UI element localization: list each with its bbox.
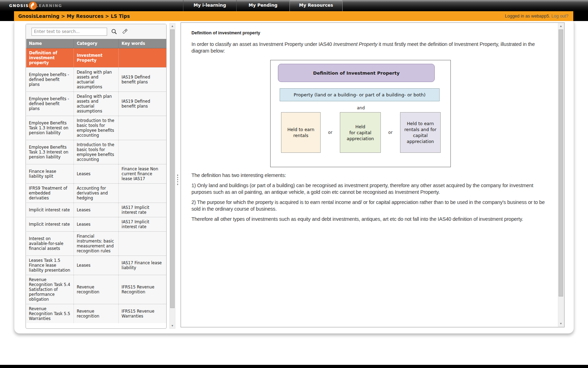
logged-in-text: Logged in as webapp5. xyxy=(505,14,550,19)
diagram-header-box: Definition of Investment Property xyxy=(278,64,435,82)
cell-name: Employee benefits - defined benefit plan… xyxy=(26,68,74,92)
content-panel: Definition of investment property In ord… xyxy=(181,22,565,327)
cell-name: Definition of investment property xyxy=(26,48,74,68)
cell-category: Investment Property xyxy=(74,48,119,68)
cell-category: Revenue recognition xyxy=(74,275,119,304)
scroll-up-icon[interactable]: ▲ xyxy=(558,23,564,29)
cell-category: Dealing with plan assets and actuarial a… xyxy=(74,92,119,116)
cell-name: Leases Task 1.5 Finance lease liability … xyxy=(26,256,74,275)
resources-table: Name Category Key words Definition of in… xyxy=(26,39,166,323)
bottom-bar xyxy=(0,365,588,368)
tab-my-i-learning[interactable]: My i-learning xyxy=(183,0,236,11)
cell-category: Dealing with plan assets and actuarial a… xyxy=(74,68,119,92)
cell-keywords: IAS17 Implicit interest rate xyxy=(119,203,166,217)
cell-keywords xyxy=(119,232,166,256)
column-header-name[interactable]: Name xyxy=(26,39,74,48)
diagram-box-both: Held to earn rentals and for capital app… xyxy=(400,112,441,153)
left-scrollbar-thumb[interactable] xyxy=(170,29,175,308)
cell-name: Finance lease liability split xyxy=(26,164,74,184)
cell-name: Employee Benefits Task 1.3 Interest on p… xyxy=(26,140,74,164)
right-scrollbar[interactable]: ▲ ▼ xyxy=(558,23,564,327)
breadcrumb-bar: GnosisLearning > My Resources > LS Tips … xyxy=(14,11,573,21)
diagram-or-label: or xyxy=(321,129,340,136)
scroll-down-icon[interactable]: ▼ xyxy=(558,321,564,326)
cell-keywords: IAS19 Defined benefit plans xyxy=(119,68,166,92)
table-row[interactable]: Revenue Recognition Task 5.4 Satisfactio… xyxy=(26,275,167,304)
diagram-or-label: or xyxy=(381,129,400,136)
investment-property-diagram: Definition of Investment Property Proper… xyxy=(270,60,451,167)
table-row[interactable]: Implicit interest rateLeasesIAS17 Implic… xyxy=(26,217,167,232)
cell-name: IFRS9 Treatment of embedded derivaties xyxy=(26,184,74,203)
pane-splitter-grip[interactable] xyxy=(177,175,178,185)
diagram-box-rentals: Held to earn rentals xyxy=(281,112,321,153)
logo-text-learning: LEARNING xyxy=(36,4,62,8)
table-row[interactable]: Revenue Recognition Task 5.5 WarrantiesR… xyxy=(26,304,167,323)
table-row[interactable]: Definition of investment propertyInvestm… xyxy=(26,48,167,68)
search-strip xyxy=(26,24,166,39)
column-header-keywords[interactable]: Key words xyxy=(119,39,166,48)
cell-name: Employee Benefits Task 1.3 Interest on p… xyxy=(26,116,74,140)
clear-search-icon[interactable] xyxy=(121,28,128,35)
table-row[interactable]: Implicit interest rateLeasesIAS17 Implic… xyxy=(26,203,167,217)
cell-name: Employee benefits - defined benefit plan… xyxy=(26,92,74,116)
main-container: Name Category Key words Definition of in… xyxy=(14,21,574,334)
tab-my-pending[interactable]: My Pending xyxy=(236,0,289,11)
diagram-property-box: Property (land or a building- or part of… xyxy=(280,88,440,101)
cell-category: Leases xyxy=(74,164,119,184)
search-icon[interactable] xyxy=(111,28,118,35)
cell-keywords: IFRS15 Revenue Recognition xyxy=(119,275,166,304)
cell-keywords: IAS19 Defined benefit plans xyxy=(119,92,166,116)
scroll-up-icon[interactable]: ▲ xyxy=(170,23,175,29)
body-paragraph: 2) The purpose for which the property is… xyxy=(191,199,545,212)
page-title: Definition of investment property xyxy=(191,30,545,36)
body-paragraphs: The definition has two interesting eleme… xyxy=(191,172,545,223)
cell-category: Leases xyxy=(74,203,119,217)
cell-name: Implicit interest rate xyxy=(26,217,74,232)
cell-name: Interest on available-for-sale financial… xyxy=(26,232,74,256)
cell-name: Implicit interest rate xyxy=(26,203,74,217)
diagram-and-label: and xyxy=(271,105,451,111)
table-header-row: Name Category Key words xyxy=(26,39,167,48)
breadcrumb: GnosisLearning > My Resources > LS Tips xyxy=(18,13,130,19)
right-scrollbar-thumb[interactable] xyxy=(559,29,563,297)
nav-tabs: My i-learningMy PendingMy Resources xyxy=(183,0,343,11)
table-row[interactable]: Employee Benefits Task 1.3 Interest on p… xyxy=(26,140,167,164)
cell-keywords: IAS17 Implicit interest rate xyxy=(119,217,166,232)
cell-keywords: IFRS15 Revenue Warranties xyxy=(119,304,166,323)
cell-category: Revenue recognition xyxy=(74,304,119,323)
logout-link[interactable]: Log out? xyxy=(551,14,568,19)
body-paragraph: Therefore all other types of investments… xyxy=(191,216,545,223)
table-row[interactable]: Interest on available-for-sale financial… xyxy=(26,232,167,256)
cell-category: Leases xyxy=(74,217,119,232)
scroll-down-icon[interactable]: ▼ xyxy=(170,323,175,328)
table-row[interactable]: Employee benefits - defined benefit plan… xyxy=(26,68,167,92)
cell-name: Revenue Recognition Task 5.4 Satisfactio… xyxy=(26,275,74,304)
table-row[interactable]: Finance lease liability splitLeasesFinan… xyxy=(26,164,167,184)
cell-keywords xyxy=(119,184,166,203)
table-row[interactable]: Employee benefits - defined benefit plan… xyxy=(26,92,167,116)
intro-paragraph: In order to classify an asset as Investm… xyxy=(191,41,545,54)
tab-my-resources[interactable]: My Resources xyxy=(289,0,343,11)
resource-list-panel: Name Category Key words Definition of in… xyxy=(26,24,167,329)
cell-keywords: Finance lease Non current finance lease … xyxy=(119,164,166,184)
table-row[interactable]: IFRS9 Treatment of embedded derivatiesAc… xyxy=(26,184,167,203)
cell-keywords xyxy=(119,140,166,164)
logo: GNOSIS LEARNING xyxy=(9,1,62,10)
cell-keywords: IAS17 Finance lease liability xyxy=(119,256,166,275)
logo-text-gnosis: GNOSIS xyxy=(9,4,29,8)
nav-bar: GNOSIS LEARNING My i-learningMy PendingM… xyxy=(0,0,588,11)
lesson-content: Definition of investment property In ord… xyxy=(191,30,545,226)
cell-keywords xyxy=(119,116,166,140)
top-chrome: GNOSIS LEARNING My i-learningMy PendingM… xyxy=(0,0,588,21)
left-scrollbar[interactable]: ▲ ▼ xyxy=(169,23,175,329)
cell-keywords xyxy=(119,48,166,68)
cell-category: Introduction to the basic tools for empl… xyxy=(74,116,119,140)
column-header-category[interactable]: Category xyxy=(74,39,119,48)
login-status: Logged in as webapp5. Log out? xyxy=(505,14,568,19)
search-input[interactable] xyxy=(31,28,107,36)
table-row[interactable]: Employee Benefits Task 1.3 Interest on p… xyxy=(26,116,167,140)
cell-category: Leases xyxy=(74,256,119,275)
cell-category: Accounting for derivatives and hedging xyxy=(74,184,119,203)
table-row[interactable]: Leases Task 1.5 Finance lease liability … xyxy=(26,256,167,275)
logo-flame-icon xyxy=(28,1,37,10)
